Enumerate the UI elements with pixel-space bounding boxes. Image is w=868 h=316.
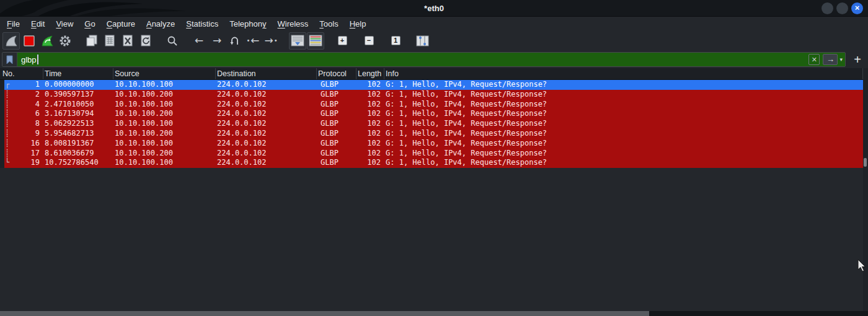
cell-source: 10.10.100.100 (113, 158, 216, 168)
packet-list-header: No.TimeSourceDestinationProtocolLengthIn… (0, 68, 863, 80)
column-header-no[interactable]: No. (0, 68, 43, 79)
resize-columns-button[interactable] (414, 32, 431, 50)
cell-time: 10.752786540 (43, 158, 113, 168)
column-header-info[interactable]: Info (384, 68, 863, 79)
menu-view[interactable]: View (50, 17, 79, 30)
row-gutter (0, 119, 4, 129)
cell-info: G: 1, Hello, IPv4, Request/Response? (384, 139, 863, 149)
zoom-100-icon: 1 (391, 36, 401, 45)
sharkfin-green-icon (41, 35, 54, 47)
menu-file[interactable]: File (1, 17, 25, 30)
menu-help[interactable]: Help (344, 17, 372, 30)
column-header-length[interactable]: Length (356, 68, 384, 79)
menu-bar: FileEditViewGoCaptureAnalyzeStatisticsTe… (0, 17, 868, 30)
go-forward-button[interactable]: → (208, 32, 226, 50)
cell-protocol: GLBP (317, 139, 356, 149)
cell-destination: 224.0.0.102 (216, 80, 317, 90)
find-packet-button[interactable] (164, 32, 181, 50)
filter-bookmark-button[interactable] (2, 53, 17, 66)
go-back-button[interactable]: ← (190, 32, 208, 50)
menu-statistics[interactable]: Statistics (180, 17, 224, 30)
cell-time: 0.390597137 (43, 90, 113, 100)
cell-time: 8.008191367 (43, 139, 113, 149)
related-packets-bracket: ┊ (5, 139, 12, 149)
start-capture-button[interactable] (2, 32, 20, 50)
cell-destination: 224.0.0.102 (216, 129, 317, 139)
row-gutter (0, 139, 4, 149)
related-packets-bracket: ┊ (5, 90, 12, 100)
reload-file-button[interactable] (137, 32, 154, 50)
open-file-button[interactable] (83, 32, 100, 50)
save-file-button[interactable] (101, 32, 118, 50)
restart-capture-button[interactable] (38, 32, 56, 50)
close-button[interactable]: × (851, 2, 863, 14)
cell-source: 10.10.100.200 (113, 109, 216, 119)
cell-length: 102 (356, 90, 384, 100)
menu-edit[interactable]: Edit (25, 17, 50, 30)
packet-row-6[interactable]: ┊63.16713079410.10.100.200224.0.0.102GLB… (0, 109, 863, 119)
zoom-out-button[interactable]: − (360, 32, 378, 50)
menu-capture[interactable]: Capture (101, 17, 141, 30)
column-header-time[interactable]: Time (43, 68, 113, 79)
menu-go[interactable]: Go (79, 17, 100, 30)
capture-options-button[interactable] (56, 32, 74, 50)
filter-dropdown-button[interactable]: ▾ (839, 56, 843, 63)
cell-info: G: 1, Hello, IPv4, Request/Response? (384, 158, 863, 168)
menu-wireless[interactable]: Wireless (272, 17, 314, 30)
back-arrow-icon: ← (195, 35, 203, 46)
menu-telephony[interactable]: Telephony (224, 17, 272, 30)
auto-scroll-button[interactable] (289, 32, 306, 50)
row-gutter (0, 109, 4, 119)
packet-row-16[interactable]: ┊168.00819136710.10.100.100224.0.0.102GL… (0, 139, 863, 149)
filter-apply-button[interactable]: → (823, 54, 838, 65)
display-filter-input[interactable]: glbp ✕ → ▾ (2, 52, 846, 67)
cell-protocol: GLBP (317, 149, 356, 159)
cell-time: 0.000000000 (43, 80, 113, 90)
go-first-packet-button[interactable]: •← (244, 32, 262, 50)
filter-clear-button[interactable]: ✕ (808, 54, 820, 65)
go-to-packet-button[interactable] (226, 32, 244, 50)
related-packets-bracket: ┊ (5, 119, 12, 129)
horizontal-scrollbar[interactable] (0, 311, 649, 316)
window-titlebar[interactable]: *eth0 × (0, 0, 868, 17)
packet-row-1[interactable]: ┌10.00000000010.10.100.100224.0.0.102GLB… (0, 80, 863, 90)
cell-source: 10.10.100.100 (113, 119, 216, 129)
cell-time: 5.954682713 (43, 129, 113, 139)
open-file-icon (86, 35, 98, 46)
stop-square-icon (24, 35, 35, 46)
first-arrow-icon: ← (250, 35, 259, 46)
stop-capture-button[interactable] (20, 32, 38, 50)
sharkfin-gray-icon (5, 35, 18, 47)
packet-row-4[interactable]: ┊42.47101005010.10.100.100224.0.0.102GLB… (0, 100, 863, 110)
packet-row-17[interactable]: ┊178.61003667910.10.100.200224.0.0.102GL… (0, 149, 863, 159)
cell-source: 10.10.100.100 (113, 100, 216, 110)
vertical-scrollbar[interactable] (863, 68, 868, 311)
packet-row-2[interactable]: ┊20.39059713710.10.100.200224.0.0.102GLB… (0, 90, 863, 100)
zoom-100-button[interactable]: 1 (387, 32, 404, 50)
go-last-packet-button[interactable]: →• (262, 32, 280, 50)
cell-protocol: GLBP (317, 80, 356, 90)
minimize-button[interactable] (822, 2, 833, 14)
packet-row-9[interactable]: ┊95.95468271310.10.100.200224.0.0.102GLB… (0, 129, 863, 139)
filter-add-button[interactable]: + (851, 53, 864, 66)
column-header-source[interactable]: Source (113, 68, 216, 79)
row-gutter (0, 80, 4, 90)
vertical-scrollbar-thumb[interactable] (864, 158, 867, 167)
colorize-packets-button[interactable] (307, 32, 324, 50)
close-file-button[interactable] (119, 32, 136, 50)
related-packets-bracket: └ (5, 158, 12, 168)
menu-analyze[interactable]: Analyze (141, 17, 180, 30)
column-header-protocol[interactable]: Protocol (317, 68, 356, 79)
packet-row-19[interactable]: └1910.75278654010.10.100.100224.0.0.102G… (0, 158, 863, 168)
packet-row-8[interactable]: ┊85.06292251310.10.100.100224.0.0.102GLB… (0, 119, 863, 129)
zoom-in-button[interactable]: + (334, 32, 351, 50)
cell-protocol: GLBP (317, 158, 356, 168)
column-header-destination[interactable]: Destination (216, 68, 317, 79)
cell-length: 102 (356, 119, 384, 129)
cell-source: 10.10.100.100 (113, 80, 216, 90)
cell-info: G: 1, Hello, IPv4, Request/Response? (384, 119, 863, 129)
related-packets-bracket: ┊ (5, 100, 12, 110)
menu-tools[interactable]: Tools (314, 17, 343, 30)
maximize-button[interactable] (836, 2, 848, 14)
mouse-cursor (857, 259, 866, 273)
